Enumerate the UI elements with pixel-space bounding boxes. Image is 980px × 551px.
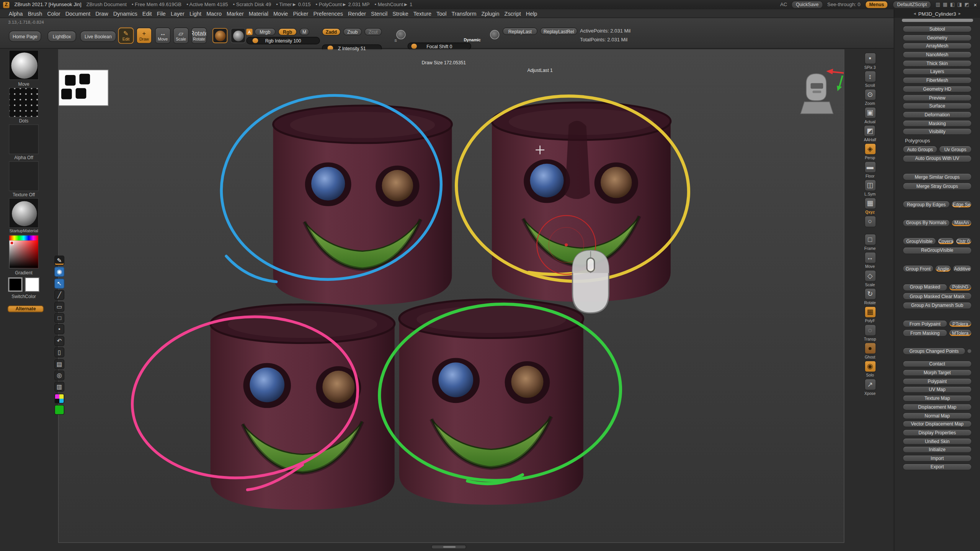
tool-section-button[interactable]: Layers xyxy=(903,68,972,75)
alternate-button[interactable]: Alternate xyxy=(8,305,44,312)
tool-section-button[interactable]: Export xyxy=(903,463,972,470)
scroll-button[interactable]: ↕ Scroll xyxy=(864,70,876,87)
tool-prev-icon[interactable]: ◂ xyxy=(914,11,916,16)
merge-stray-groups-button[interactable]: Merge Stray Groups xyxy=(903,183,972,190)
select-cursor-icon[interactable]: ↖ xyxy=(54,279,64,289)
marquee-rect-icon[interactable]: ▭ xyxy=(54,302,64,311)
coverage-slider[interactable]: Covera xyxy=(938,238,954,245)
xpose-button[interactable]: ↗ Xpose xyxy=(864,378,876,395)
tool-section-button[interactable]: FiberMesh xyxy=(903,77,972,84)
current-tool-selector[interactable]: ◂ PM3D_Cylinder3 ▸ xyxy=(894,9,980,18)
color-picker[interactable] xyxy=(9,235,39,269)
green-swatch-icon[interactable] xyxy=(54,405,64,415)
max-angle-slider[interactable]: MaxAn xyxy=(951,219,972,227)
menu-item[interactable]: Texture xyxy=(413,10,431,16)
menu-item[interactable]: File xyxy=(157,10,166,16)
tool-section-button[interactable]: NanoMesh xyxy=(903,51,972,58)
edit-mode-button[interactable]: ✎Edit xyxy=(118,28,134,44)
dynamic-label[interactable]: Dynamic xyxy=(464,37,480,42)
rgb-button[interactable]: Rgb xyxy=(278,28,297,36)
tray-scrollbar[interactable] xyxy=(902,19,973,22)
group-as-dynamesh-sub-button[interactable]: Group As Dynamesh Sub xyxy=(903,302,972,309)
menu-item[interactable]: Stroke xyxy=(392,10,408,16)
menu-item[interactable]: Zplugin xyxy=(481,10,499,16)
tool-section-button[interactable]: Masking xyxy=(903,120,972,127)
undo-icon[interactable]: ↶ xyxy=(54,336,64,346)
menu-item[interactable]: Edit xyxy=(142,10,152,16)
alpha-off-thumbnail[interactable] xyxy=(9,124,39,154)
zsub-button[interactable]: Zsub xyxy=(343,28,362,36)
move-mode-button[interactable]: ↔Move xyxy=(155,28,171,44)
paint-tolerance-slider[interactable]: PTolera xyxy=(949,320,972,328)
tool-section-button[interactable]: Unified Skin xyxy=(903,438,972,445)
layout-icon[interactable]: ◩ xyxy=(964,2,969,8)
additive-button[interactable]: Additive xyxy=(952,265,972,273)
secondary-color-swatch[interactable] xyxy=(25,277,39,292)
groups-by-normals-button[interactable]: Groups By Normals xyxy=(903,219,950,227)
mrgb-button[interactable]: Mrgb xyxy=(254,28,276,36)
menu-item[interactable]: Render xyxy=(348,10,366,16)
tool-section-button[interactable]: Display Properties xyxy=(903,429,972,436)
current-brush-button[interactable] xyxy=(212,28,227,43)
menu-item[interactable]: Movie xyxy=(273,10,288,16)
scale3d-button[interactable]: ◇ Scale xyxy=(864,270,876,287)
tool-section-button[interactable]: Contact xyxy=(903,361,972,368)
m-button[interactable]: M xyxy=(299,28,309,36)
tool-section-button[interactable]: Subtool xyxy=(903,26,972,33)
menu-item[interactable]: Alpha xyxy=(9,10,23,16)
tool-section-button[interactable]: Geometry xyxy=(903,34,972,41)
actual-button[interactable]: ▣ Actual xyxy=(864,107,876,124)
quicksave-button[interactable]: QuickSave xyxy=(792,1,823,9)
menu-item[interactable]: Marker xyxy=(227,10,244,16)
tool-section-button[interactable]: Geometry HD xyxy=(903,85,972,92)
group-masked-clear-mask-button[interactable]: Group Masked Clear Mask xyxy=(903,292,972,300)
groups-changed-points-button[interactable]: Groups Changed Points xyxy=(903,347,966,355)
from-masking-button[interactable]: From Masking xyxy=(903,329,948,337)
material-thumbnail[interactable] xyxy=(9,198,39,228)
solo-button[interactable]: ◉ Solo xyxy=(864,360,876,377)
camera-icon[interactable]: ◎ xyxy=(54,370,64,380)
cylinder-model-bottom-right[interactable] xyxy=(399,300,583,505)
zoom-button[interactable]: ⊙ Zoom xyxy=(864,89,876,106)
printer-icon[interactable]: ▤ xyxy=(54,359,64,369)
see-through-slider[interactable]: See-through: 0 xyxy=(827,2,860,8)
rotate3d-button[interactable]: ↻ Rotate xyxy=(864,288,876,305)
edge-se-slider[interactable]: Edge Se xyxy=(951,201,972,209)
menu-item[interactable]: Transform xyxy=(451,10,476,16)
local-sym-button[interactable]: ○ xyxy=(864,215,876,232)
tool-section-button[interactable]: Polypaint xyxy=(903,378,972,385)
marker-pen-icon[interactable]: ✎ xyxy=(54,256,64,266)
split-left-icon[interactable]: ◧ xyxy=(950,2,955,8)
menu-item[interactable]: Dynamics xyxy=(113,10,137,16)
tool-section-button[interactable]: ArrayMesh xyxy=(903,43,972,50)
move3d-button[interactable]: ↔ Move xyxy=(864,252,876,269)
menu-item[interactable]: Document xyxy=(65,10,90,16)
group-visible-button[interactable]: GroupVisible xyxy=(903,238,936,245)
menu-item[interactable]: Zscript xyxy=(505,10,521,16)
texture-off-thumbnail[interactable] xyxy=(9,161,39,191)
menu-item[interactable]: Draw xyxy=(95,10,108,16)
tool-section-button[interactable]: Initialize xyxy=(903,446,972,453)
move-gizmo-thumbnail[interactable] xyxy=(9,50,39,80)
group-front-button[interactable]: Group Front xyxy=(903,265,934,273)
tool-section-button[interactable]: Morph Target xyxy=(903,369,972,376)
zadd-button[interactable]: Zadd xyxy=(322,28,341,36)
clipboard-icon[interactable]: ▥ xyxy=(54,382,64,392)
menu-item[interactable]: Color xyxy=(47,10,60,16)
zcut-button[interactable]: Zcut xyxy=(364,28,382,36)
tool-section-button[interactable]: Deformation xyxy=(903,111,972,118)
menu-item[interactable]: Stencil xyxy=(371,10,387,16)
mask-tolerance-slider[interactable]: MTolera xyxy=(949,329,972,337)
hue-bar[interactable] xyxy=(9,236,38,241)
tool-section-button[interactable]: UV Map xyxy=(903,386,972,393)
trash-icon[interactable]: ▯ xyxy=(54,347,64,357)
cluster-slider[interactable]: Clstr 0. xyxy=(956,238,972,245)
polish-groups-slider[interactable]: PolishG xyxy=(949,284,972,291)
menu-item[interactable]: Material xyxy=(249,10,268,16)
home-page-button[interactable]: Home Page xyxy=(9,31,41,42)
rotate-mode-button[interactable]: RotateRotate xyxy=(191,28,207,44)
panels-icon[interactable]: ▥ xyxy=(936,2,940,8)
floor-button[interactable]: ▬ Floor xyxy=(864,161,876,178)
menu-item[interactable]: Brush xyxy=(28,10,42,16)
groups-changed-radio[interactable] xyxy=(967,349,972,354)
